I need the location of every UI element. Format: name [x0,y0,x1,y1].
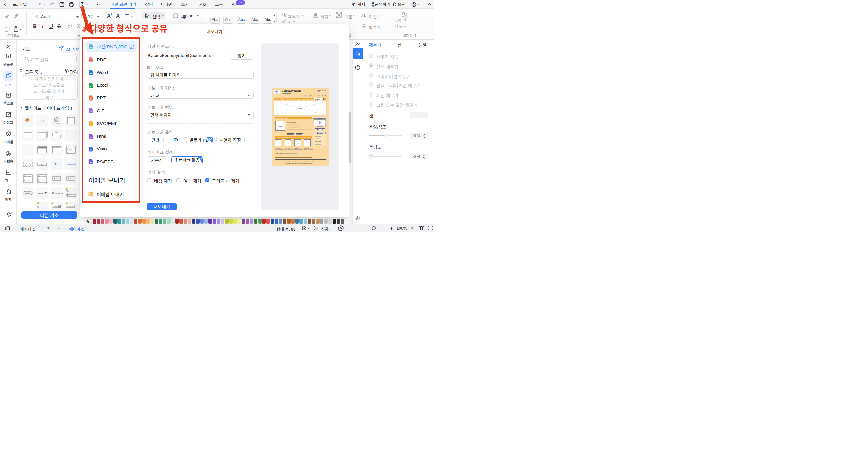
svg-text:text.: text. [38,181,40,182]
svg-text:Button: Button [54,178,59,180]
svg-text:Input your text.: Input your text. [68,193,76,195]
svg-text:Image: Image [277,142,280,144]
svg-text:Input your text.: Input your text. [67,163,76,165]
svg-text:1: 1 [42,120,44,123]
svg-text:text.: text. [24,181,26,182]
svg-text:Image: Image [296,142,300,144]
svg-text:Input your text.: Input your text. [55,192,63,194]
svg-text:text.: text. [24,177,26,179]
svg-text:LOGO: LOGO [54,122,60,125]
svg-text:Text: Text [41,164,43,165]
svg-text:Image: Image [306,142,309,144]
svg-text:Button: Button [38,192,43,194]
svg-text:text.: text. [38,177,40,179]
svg-text:Input your text.: Input your text. [68,191,76,192]
svg-text:Input your text.: Input your text. [40,206,48,208]
svg-text:No Name Text: No Name Text [67,206,73,207]
svg-text:Button: Button [68,178,73,180]
svg-text:Image: Image [299,108,302,110]
svg-text:1: 1 [27,119,28,122]
svg-text:Input your text.: Input your text. [68,196,76,197]
svg-text:Image: Image [286,142,290,144]
svg-text:Text description..............: Text description........................… [287,122,306,123]
svg-text:R: R [55,118,57,121]
svg-text:LOGO: LOGO [275,93,279,95]
svg-text:Image: Image [278,126,282,127]
svg-text:Text: Text [55,163,58,165]
svg-text:Description Text: Description Text [67,149,76,150]
svg-text:Button: Button [25,192,30,194]
svg-text:Combox: Combox [53,206,58,207]
